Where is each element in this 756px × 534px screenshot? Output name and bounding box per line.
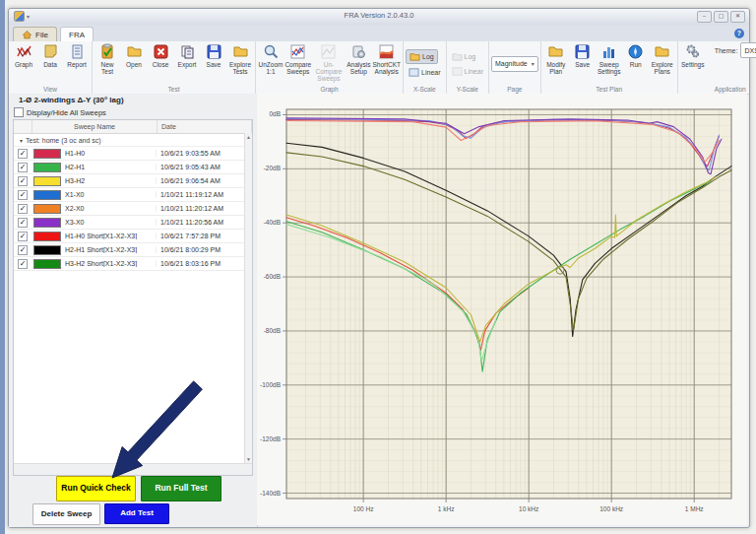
sweep-name: X3-X0 [65, 219, 156, 226]
frequency-response-chart[interactable]: 0dB-20dB-40dB-60dB-80dB-100dB-120dB-140d… [259, 95, 741, 526]
tab-fra[interactable]: FRA [60, 27, 94, 42]
sweep-name: X2-X0 [65, 205, 156, 212]
close-test-button[interactable]: Close [148, 42, 173, 69]
sweep-row[interactable]: ✓H1-H010/6/21 9:03:55 AM [14, 147, 252, 161]
y-tick-label: -100dB [260, 381, 281, 388]
help-icon[interactable]: ? [734, 29, 744, 38]
explore-tests-button[interactable]: Explore Tests [227, 42, 253, 76]
analysis-setup-button[interactable]: Analysis Setup [346, 42, 371, 76]
sweep-row[interactable]: ✓X1-X01/10/21 11:19:12 AM [14, 188, 252, 202]
xscale-log-icon [410, 51, 420, 62]
theme-value: DXStyle [744, 47, 756, 54]
xscale-log-button[interactable]: Log [406, 49, 438, 64]
uncompare-sweeps-icon [320, 43, 337, 60]
sweep-color-swatch [33, 218, 61, 228]
test-group-row[interactable]: ▾ Test: home (3 oc and sc) [14, 134, 252, 147]
sweep-row[interactable]: ✓H2-H1 Short[X1-X2-X3]10/6/21 8:00:29 PM [14, 243, 252, 257]
sweep-date: 10/6/21 9:06:54 AM [156, 177, 252, 184]
title-bar: ▾ FRA Version 2.0.43.0 – ▢ ✕ [9, 9, 749, 26]
sweep-row[interactable]: ✓H2-H110/6/21 9:05:43 AM [14, 161, 252, 174]
vertical-scrollbar[interactable]: ▲ ▼ [244, 133, 252, 463]
save-plan-icon [574, 43, 591, 60]
horizontal-scrollbar[interactable] [14, 463, 252, 475]
run-full-test-button[interactable]: Run Full Test [141, 476, 221, 501]
group-collapse-icon[interactable]: ▾ [20, 137, 23, 144]
ribbon-group-label: X-Scale [406, 85, 443, 94]
export-button[interactable]: Export [174, 42, 200, 69]
uncompare-sweeps-button[interactable]: Un-Compare Sweeps [313, 42, 346, 83]
ribbon-group-label: Test Plan [543, 85, 675, 94]
explore-plans-button[interactable]: Explore Plans [650, 42, 675, 76]
sweep-color-swatch [33, 232, 61, 241]
close-test-icon [153, 43, 169, 60]
yscale-linear-icon [452, 66, 463, 77]
sweep-table-body: ✓H1-H010/6/21 9:03:55 AM✓H2-H110/6/21 9:… [14, 147, 252, 271]
open-test-button[interactable]: Open [121, 42, 147, 69]
yscale-log-icon [452, 51, 463, 62]
yscale-log-button[interactable]: Log [449, 50, 479, 63]
graph-view-button[interactable]: Graph [11, 42, 36, 69]
sweep-checkbox[interactable]: ✓ [18, 204, 28, 214]
sweep-date: 1/10/21 11:20:56 AM [156, 219, 252, 226]
save-plan-button[interactable]: Save [570, 42, 596, 69]
app-window: ▾ FRA Version 2.0.43.0 – ▢ ✕ File FRA ? … [8, 8, 750, 528]
save-test-button[interactable]: Save [201, 42, 226, 69]
sweep-checkbox[interactable]: ✓ [18, 218, 28, 228]
sweep-checkbox[interactable]: ✓ [18, 259, 28, 269]
sweep-checkbox[interactable]: ✓ [18, 176, 28, 186]
data-view-button[interactable]: Data [37, 42, 63, 69]
ribbon-group-yscale: Log Linear Y-Scale [447, 41, 489, 94]
column-check[interactable] [14, 120, 32, 133]
export-icon [179, 43, 196, 60]
xscale-linear-button[interactable]: Linear [406, 66, 443, 79]
column-sweep-name[interactable]: Sweep Name [32, 120, 158, 133]
minimize-button[interactable]: – [697, 11, 712, 23]
shortckt-analysis-button[interactable]: ShortCKT Analysis [372, 42, 401, 76]
add-test-button[interactable]: Add Test [104, 503, 169, 524]
run-quick-check-button[interactable]: Run Quick Check [56, 476, 136, 501]
sweep-checkbox[interactable]: ✓ [18, 163, 28, 172]
sweep-checkbox[interactable]: ✓ [18, 190, 28, 200]
run-plan-button[interactable]: Run [623, 42, 649, 69]
sweep-checkbox[interactable]: ✓ [18, 245, 28, 255]
sweep-name: H2-H1 Short[X1-X2-X3] [65, 246, 156, 253]
sweep-row[interactable]: ✓H1-H0 Short[X1-X2-X3]10/6/21 7:57:28 PM [14, 230, 252, 243]
y-tick-label: 0dB [269, 110, 281, 117]
close-button[interactable]: ✕ [730, 11, 745, 23]
theme-dropdown[interactable]: DXStyle ▾ [740, 42, 756, 58]
delete-sweep-button[interactable]: Delete Sweep [32, 503, 100, 525]
open-folder-icon [126, 43, 143, 60]
sweep-row[interactable]: ✓H3-H210/6/21 9:06:54 AM [14, 174, 252, 188]
page-mode-value: Magnitude [495, 60, 528, 67]
ribbon: Graph Data Report View New Test [9, 41, 749, 95]
sweep-checkbox[interactable]: ✓ [18, 149, 28, 159]
settings-button[interactable]: Settings [680, 42, 706, 69]
sweep-row[interactable]: ✓H3-H2 Short[X1-X2-X3]10/6/21 8:03:16 PM [14, 257, 252, 271]
new-test-button[interactable]: New Test [94, 42, 120, 76]
unzoom-button[interactable]: UnZoom 1:1 [258, 42, 284, 76]
page-mode-dropdown[interactable]: Magnitude ▾ [491, 56, 538, 72]
shortckt-analysis-icon [378, 43, 395, 60]
ribbon-group-label: Test [94, 85, 253, 94]
scroll-up-icon[interactable]: ▲ [245, 133, 252, 141]
report-view-button[interactable]: Report [64, 42, 90, 69]
sweep-checkbox-cell: ✓ [14, 259, 32, 269]
sweep-row[interactable]: ✓X3-X01/10/21 11:20:56 AM [14, 216, 252, 230]
sweep-checkbox[interactable]: ✓ [18, 232, 28, 241]
display-hide-all-checkbox[interactable] [14, 107, 24, 117]
column-date[interactable]: Date [158, 120, 252, 133]
sweep-checkbox-cell: ✓ [14, 149, 32, 159]
modify-plan-button[interactable]: Modify Plan [543, 42, 569, 76]
sweep-row[interactable]: ✓X2-X01/10/21 11:20:12 AM [14, 202, 252, 216]
scroll-down-icon[interactable]: ▼ [245, 455, 252, 463]
yscale-linear-button[interactable]: Linear [449, 65, 486, 78]
maximize-button[interactable]: ▢ [714, 11, 728, 23]
settings-gear-icon [684, 43, 701, 60]
tab-file[interactable]: File [13, 27, 57, 42]
compare-sweeps-button[interactable]: Compare Sweeps [284, 42, 312, 76]
y-tick-label: -40dB [264, 219, 281, 226]
sweep-settings-button[interactable]: Sweep Settings [597, 42, 622, 76]
sweep-name: X1-X0 [65, 191, 156, 198]
sweep-date: 10/6/21 7:57:28 PM [156, 233, 252, 239]
sweep-name: H3-H2 Short[X1-X2-X3] [65, 260, 156, 267]
